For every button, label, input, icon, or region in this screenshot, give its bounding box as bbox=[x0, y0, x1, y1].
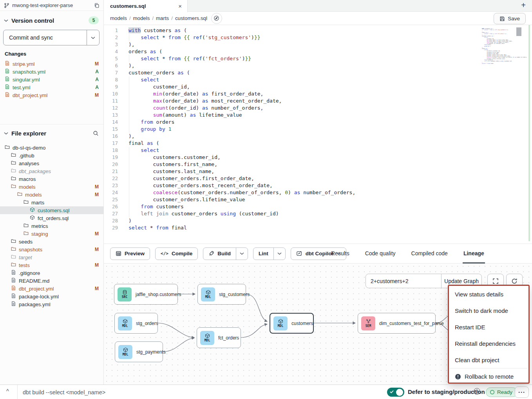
code-line[interactable]: 20 customers.first_name, bbox=[104, 161, 532, 168]
menu-item-clean-dbt-project[interactable]: Clean dbt project bbox=[449, 352, 528, 368]
search-icon[interactable] bbox=[93, 130, 99, 136]
menu-item-restart-ide[interactable]: Restart IDE bbox=[449, 319, 528, 335]
breadcrumb-item[interactable]: marts bbox=[156, 15, 169, 21]
code-line[interactable]: 19 customers.customer_id, bbox=[104, 154, 532, 161]
tree-item-.github[interactable]: .github bbox=[0, 152, 103, 159]
tree-item-metrics[interactable]: metrics bbox=[0, 222, 103, 230]
editor-scrollbar[interactable] bbox=[516, 27, 521, 36]
code-line[interactable]: 9 customer_id, bbox=[104, 83, 532, 90]
tree-item-macros[interactable]: macros bbox=[0, 175, 103, 183]
code-line[interactable]: 1with customers as ( bbox=[104, 27, 532, 34]
code-line[interactable]: 7customer_orders as ( bbox=[104, 69, 532, 76]
lineage-selector-input[interactable] bbox=[366, 274, 441, 288]
tree-item-packages.yml[interactable]: packages.yml bbox=[0, 300, 103, 308]
tree-item-staging[interactable]: staging M bbox=[0, 230, 103, 238]
change-item-test.yml[interactable]: test.yml A bbox=[0, 83, 103, 91]
help-icon[interactable]: ? bbox=[474, 388, 480, 395]
tree-item-db-sl-qs-demo[interactable]: db-sl-qs-demo bbox=[0, 144, 103, 152]
code-line[interactable]: 29select * from final bbox=[104, 224, 532, 231]
code-line[interactable]: 22 customer_orders.first_order_date, bbox=[104, 175, 532, 182]
menu-item-view-status-details[interactable]: View status details bbox=[449, 286, 528, 302]
preview-button[interactable]: Preview bbox=[110, 247, 150, 260]
commit-options-caret[interactable] bbox=[87, 30, 99, 45]
lint-options-caret[interactable] bbox=[273, 248, 285, 260]
chevron-down-icon[interactable] bbox=[4, 19, 8, 22]
tree-item-models[interactable]: models M bbox=[0, 183, 103, 191]
tree-item-.gitignore[interactable]: .gitignore bbox=[0, 269, 103, 277]
code-line[interactable]: 4orders as ( bbox=[104, 48, 532, 55]
code-line[interactable]: 27 left join customer_orders using (cust… bbox=[104, 210, 532, 217]
code-line[interactable]: 5 select * from {{ ref('fct_orders')}} bbox=[104, 55, 532, 62]
tab-code-quality[interactable]: Code quality bbox=[364, 244, 396, 264]
tree-item-models[interactable]: models M bbox=[0, 191, 103, 199]
tree-item-analyses[interactable]: analyses bbox=[0, 159, 103, 167]
tree-item-dbt_packages[interactable]: dbt_packages bbox=[0, 167, 103, 175]
commit-and-sync-button[interactable]: Commit and sync bbox=[4, 30, 87, 45]
lint-button[interactable]: Lint bbox=[253, 248, 273, 260]
code-line[interactable]: 25 customer_orders.lifetime_value bbox=[104, 196, 532, 203]
menu-item-rollback-to-remote[interactable]: Rollback to remote bbox=[449, 368, 528, 385]
code-line[interactable]: 18 select bbox=[104, 147, 532, 154]
tree-item-seeds[interactable]: seeds bbox=[0, 238, 103, 246]
tree-item-target[interactable]: target bbox=[0, 253, 103, 261]
code-line[interactable]: 24 coalesce(customer_orders.number_of_or… bbox=[104, 189, 532, 196]
lineage-node-jaffle-shop-customers[interactable]: SRC jaffle_shop.customers bbox=[114, 284, 178, 305]
compile-button[interactable]: </> Compile bbox=[155, 247, 198, 260]
code-line[interactable]: 17final as ( bbox=[104, 140, 532, 147]
code-line[interactable]: 14 from orders bbox=[104, 119, 532, 126]
code-line[interactable]: 26 from customers bbox=[104, 203, 532, 210]
code-line[interactable]: 16), bbox=[104, 133, 532, 140]
code-line[interactable]: 15 group by 1 bbox=[104, 126, 532, 133]
save-button[interactable]: Save bbox=[494, 13, 526, 24]
code-line[interactable]: 10 min(order_date) as first_order_date, bbox=[104, 90, 532, 97]
tree-item-marts[interactable]: marts bbox=[0, 199, 103, 206]
tab-customers-sql[interactable]: customers.sql × bbox=[104, 0, 188, 12]
menu-item-reinstall-dependencies[interactable]: Reinstall dependencies bbox=[449, 335, 528, 352]
change-item-singular.yml[interactable]: singular.yml A bbox=[0, 76, 103, 83]
tree-item-tests[interactable]: tests M bbox=[0, 261, 103, 269]
change-item-snapshots.yml[interactable]: snapshots.yml A bbox=[0, 68, 103, 76]
change-item-stripe.yml[interactable]: stripe.yml M bbox=[0, 60, 103, 68]
code-line[interactable]: 3), bbox=[104, 41, 532, 48]
tab-lineage[interactable]: Lineage bbox=[463, 244, 485, 264]
menu-item-switch-to-dark-mode[interactable]: Switch to dark mode bbox=[449, 302, 528, 319]
tree-item-fct_orders.sql[interactable]: fct_orders.sql bbox=[0, 214, 103, 222]
lineage-node-stg-orders[interactable]: MDL stg_orders bbox=[114, 313, 158, 334]
new-tab-button[interactable]: + bbox=[521, 1, 526, 10]
build-options-caret[interactable] bbox=[236, 248, 248, 260]
lineage-node-fct-orders[interactable]: MDL fct_orders bbox=[197, 327, 241, 348]
lineage-node-dim-customers-test-for-parse[interactable]: SEM dim_customers_test_for_parse bbox=[358, 313, 436, 334]
compass-icon[interactable] bbox=[211, 13, 222, 24]
tab-results[interactable]: Results bbox=[330, 244, 350, 264]
lineage-node-customers[interactable]: MDL customers bbox=[270, 313, 314, 334]
tree-item-customers.sql[interactable]: customers.sql bbox=[0, 206, 103, 214]
breadcrumb-item[interactable]: customers.sql bbox=[175, 15, 207, 21]
copy-icon[interactable] bbox=[94, 3, 100, 8]
chevron-down-icon[interactable] bbox=[4, 132, 8, 135]
lineage-node-stg-payments[interactable]: MDL stg_payments bbox=[115, 341, 163, 362]
breadcrumb-item[interactable]: models bbox=[110, 15, 127, 21]
tree-item-dbt_project.yml[interactable]: dbt_project.yml M bbox=[0, 285, 103, 292]
code-line[interactable]: 23 customer_orders.most_recent_order_dat… bbox=[104, 182, 532, 189]
tree-item-snapshots[interactable]: snapshots M bbox=[0, 246, 103, 253]
code-line[interactable]: 6), bbox=[104, 62, 532, 69]
code-line[interactable]: 21 customers.last_name, bbox=[104, 168, 532, 175]
lineage-node-stg-customers[interactable]: MDL stg_customers bbox=[197, 284, 246, 305]
more-options-button[interactable]: ··· bbox=[515, 386, 529, 398]
command-input[interactable] bbox=[20, 385, 255, 399]
tree-item-README.md[interactable]: README.md bbox=[0, 277, 103, 285]
change-item-dbt_project.yml[interactable]: dbt_project.yml M bbox=[0, 91, 103, 99]
defer-toggle[interactable] bbox=[387, 388, 404, 397]
code-line[interactable]: 13 sum(amount) as lifetime_value bbox=[104, 112, 532, 119]
expand-terminal-button[interactable]: ^ bbox=[6, 388, 9, 394]
code-line[interactable]: 8 select bbox=[104, 76, 532, 83]
code-line[interactable]: 28) bbox=[104, 217, 532, 224]
code-line[interactable]: 11 max(order_date) as most_recent_order_… bbox=[104, 97, 532, 105]
breadcrumb-item[interactable]: models bbox=[133, 15, 150, 21]
build-button[interactable]: Build bbox=[203, 248, 236, 260]
tab-compiled-code[interactable]: Compiled code bbox=[411, 244, 449, 264]
code-line[interactable]: 12 count(order_id) as number_of_orders, bbox=[104, 105, 532, 112]
tree-item-package-lock.yml[interactable]: package-lock.yml bbox=[0, 292, 103, 300]
close-icon[interactable]: × bbox=[154, 3, 182, 10]
code-line[interactable]: 2 select * from {{ ref('stg_customers')}… bbox=[104, 34, 532, 41]
